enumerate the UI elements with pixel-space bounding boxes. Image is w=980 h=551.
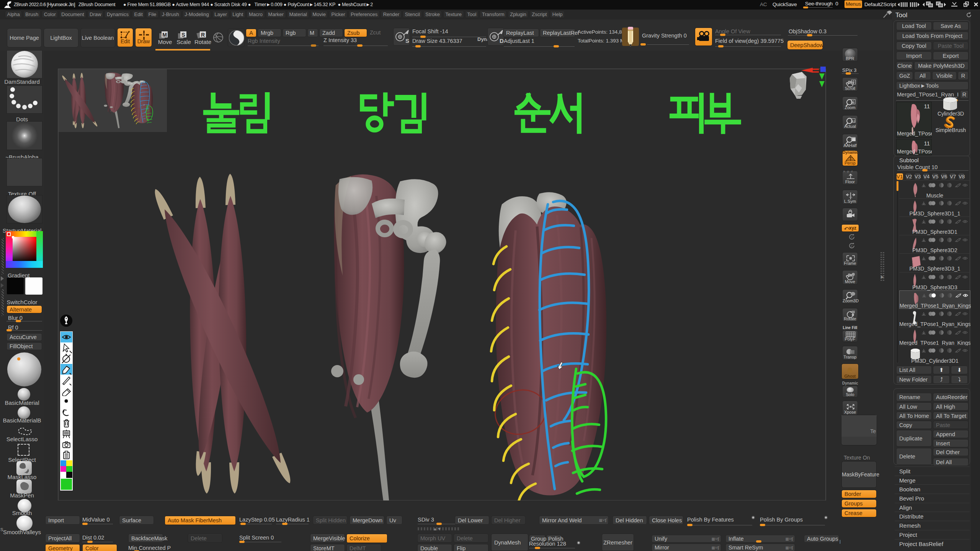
svg-text:R: R bbox=[201, 32, 205, 38]
svg-text:D: D bbox=[500, 37, 504, 44]
svg-text:Scale: Scale bbox=[176, 39, 191, 45]
svg-text:Rotate: Rotate bbox=[194, 39, 211, 45]
svg-text:S: S bbox=[181, 32, 185, 38]
svg-text:x1: x1 bbox=[852, 119, 856, 123]
svg-text:Y: Y bbox=[851, 235, 853, 239]
svg-text:M: M bbox=[162, 32, 167, 38]
svg-text:Z: Z bbox=[851, 244, 853, 248]
svg-text:Move: Move bbox=[158, 39, 172, 45]
svg-text:S: S bbox=[405, 37, 409, 44]
